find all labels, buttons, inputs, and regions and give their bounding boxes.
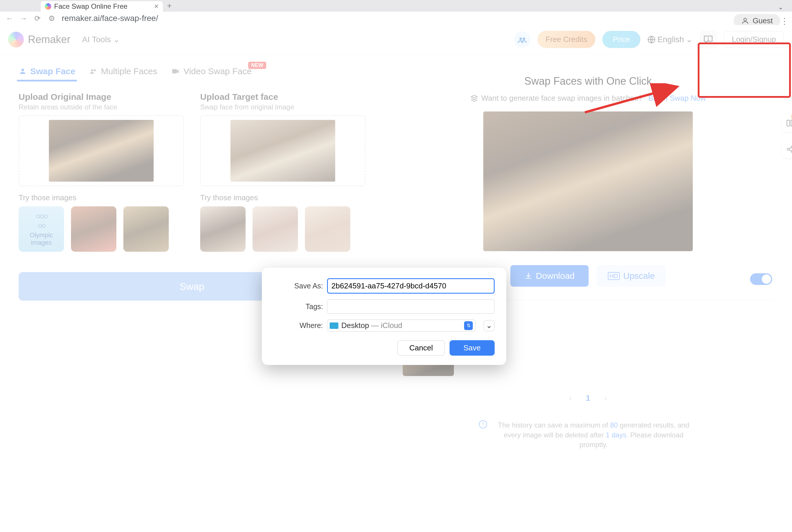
forward-icon[interactable]: → bbox=[20, 14, 27, 23]
cancel-button[interactable]: Cancel bbox=[398, 340, 445, 356]
folder-icon bbox=[330, 322, 339, 329]
browser-menu-icon[interactable]: ⋮ bbox=[780, 16, 789, 26]
where-label: Where: bbox=[273, 321, 323, 330]
folder-cloud: — iCloud bbox=[369, 321, 402, 330]
save-button[interactable]: Save bbox=[449, 340, 495, 356]
tabs-menu-icon[interactable]: ⌄ bbox=[778, 3, 783, 11]
svg-point-0 bbox=[744, 18, 746, 21]
stepper-icon[interactable]: ⇅ bbox=[464, 321, 473, 330]
tab-title: Face Swap Online Free bbox=[54, 2, 128, 11]
user-icon bbox=[741, 17, 749, 25]
filename-input[interactable] bbox=[327, 278, 495, 293]
where-select[interactable]: Desktop — iCloud ⇅ bbox=[327, 320, 476, 331]
folder-name: Desktop bbox=[341, 321, 369, 330]
close-tab-icon[interactable]: ✕ bbox=[154, 3, 159, 10]
tags-input[interactable] bbox=[327, 300, 495, 314]
expand-dialog-icon[interactable]: ⌄ bbox=[484, 320, 495, 331]
tab-favicon-icon bbox=[45, 3, 51, 10]
address-bar: ← → ⟳ ⚙ remaker.ai/face-swap-free/ bbox=[0, 12, 792, 25]
tags-label: Tags: bbox=[273, 302, 323, 311]
tab-bar: Face Swap Online Free ✕ + ⌄ bbox=[0, 0, 792, 12]
reload-icon[interactable]: ⟳ bbox=[34, 14, 41, 23]
guest-label: Guest bbox=[753, 16, 773, 25]
browser-tab[interactable]: Face Swap Online Free ✕ bbox=[41, 1, 163, 12]
browser-chrome: Face Swap Online Free ✕ + ⌄ ← → ⟳ ⚙ rema… bbox=[0, 0, 792, 25]
back-icon[interactable]: ← bbox=[6, 14, 13, 23]
save-as-label: Save As: bbox=[273, 282, 323, 290]
url-field[interactable]: remaker.ai/face-swap-free/ bbox=[62, 14, 786, 23]
site-settings-icon[interactable]: ⚙ bbox=[48, 14, 55, 23]
new-tab-button[interactable]: + bbox=[167, 1, 172, 11]
save-dialog: Save As: Tags: Where: Desktop — iCloud ⇅… bbox=[262, 268, 506, 365]
